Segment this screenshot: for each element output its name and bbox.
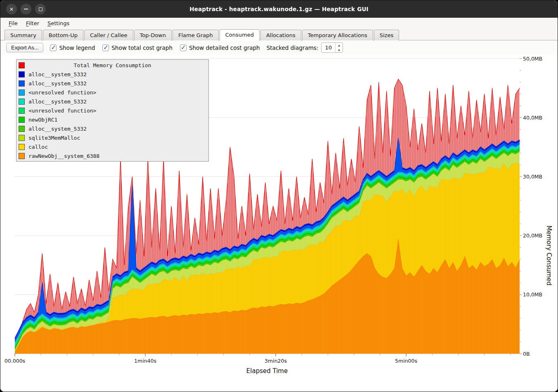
legend-title: Total Memory Consumption	[28, 62, 196, 68]
checkbox-group: Show legendShow total cost graphShow det…	[50, 45, 260, 51]
legend-item[interactable]: rawNewObj__system_6388	[17, 151, 208, 160]
menu-settings[interactable]: Settings	[43, 19, 73, 28]
legend-swatch	[19, 108, 25, 114]
spin-up-button[interactable]: ▲	[336, 43, 343, 48]
maximize-icon	[39, 7, 43, 11]
stacked-diagrams-value[interactable]: 10	[322, 43, 335, 52]
tab-sizes[interactable]: Sizes	[374, 30, 399, 40]
consumed-chart-area: 0B10,0MB20,0MB30,0MB40,0MB50,0MB00.000s1…	[0, 55, 558, 392]
legend-item[interactable]: alloc__system_5332	[17, 124, 208, 133]
y-tick-label: 20,0MB	[523, 232, 542, 239]
chevron-down-icon: ▼	[338, 49, 340, 52]
spin-down-button[interactable]: ▼	[336, 48, 343, 53]
close-icon: ✕	[9, 6, 14, 12]
y-tick-label: 30,0MB	[523, 174, 542, 180]
legend-item[interactable]: alloc__system_5332	[17, 70, 208, 79]
legend-label: alloc__system_5332	[28, 71, 87, 77]
y-tick-label: 10,0MB	[523, 291, 542, 298]
legend-label: sqlite3MemMalloc	[28, 135, 80, 141]
tab-flame-graph[interactable]: Flame Graph	[173, 30, 219, 40]
y-axis-title: Memory Consumed	[545, 225, 553, 286]
menu-file[interactable]: File	[5, 19, 22, 28]
legend-label: <unresolved function>	[28, 108, 96, 114]
legend-label: newObjRC1	[28, 117, 57, 123]
checkbox-show-legend[interactable]: Show legend	[50, 45, 95, 51]
legend-item[interactable]: sqlite3MemMalloc	[17, 133, 208, 142]
tab-allocations[interactable]: Allocations	[260, 30, 301, 40]
tab-bottom-up[interactable]: Bottom-Up	[43, 30, 83, 40]
tab-consumed[interactable]: Consumed	[220, 29, 260, 40]
export-as-button[interactable]: Export As...	[6, 43, 43, 52]
legend-swatch	[19, 153, 25, 159]
legend-swatch	[19, 144, 25, 150]
legend-items: alloc__system_5332alloc__system_5332<unr…	[17, 70, 208, 160]
window-controls: ✕	[6, 0, 46, 18]
tab-bar: SummaryBottom-UpCaller / CalleeTop-DownF…	[0, 28, 558, 40]
chevron-up-icon: ▲	[338, 44, 340, 47]
legend-item[interactable]: calloc	[17, 142, 208, 151]
x-tick-label: 3min20s	[265, 358, 287, 364]
minimize-button[interactable]	[21, 4, 31, 14]
legend-swatch	[19, 99, 25, 105]
stacked-diagrams-spinbox[interactable]: 10 ▲ ▼	[321, 42, 343, 53]
menu-bar: FileFilterSettings	[0, 18, 558, 28]
legend-item[interactable]: alloc__system_5332	[17, 97, 208, 106]
legend-label: rawNewObj__system_6388	[28, 153, 99, 159]
close-button[interactable]: ✕	[6, 4, 17, 14]
legend-item[interactable]: newObjRC1	[17, 115, 208, 124]
stacked-diagrams-label: Stacked diagrams:	[267, 45, 319, 51]
tab-top-down[interactable]: Top-Down	[134, 30, 172, 40]
x-tick-label: 00.000s	[5, 358, 25, 364]
legend-swatch	[19, 71, 25, 77]
legend-title-swatch	[19, 62, 25, 68]
x-axis-title: Elapsed Time	[0, 367, 534, 375]
legend-label: alloc__system_5332	[28, 80, 87, 87]
legend: Total Memory Consumption alloc__system_5…	[16, 59, 209, 162]
legend-item[interactable]: <unresolved function>	[17, 88, 208, 97]
checkbox-label: Show legend	[59, 45, 95, 51]
x-tick-label: 1min40s	[134, 358, 156, 364]
checkbox-box[interactable]	[102, 45, 109, 51]
legend-swatch	[19, 117, 25, 123]
checkbox-box[interactable]	[50, 45, 57, 51]
checkbox-show-total-cost-graph[interactable]: Show total cost graph	[102, 45, 173, 51]
legend-item[interactable]: alloc__system_5332	[17, 79, 208, 88]
tab-temporary-allocations[interactable]: Temporary Allocations	[302, 30, 373, 40]
spin-buttons: ▲ ▼	[335, 43, 343, 52]
legend-label: alloc__system_5332	[28, 99, 87, 105]
legend-swatch	[19, 135, 25, 141]
heaptrack-window: ✕ Heaptrack - heaptrack.wakunode.1.gz — …	[0, 0, 558, 392]
checkbox-label: Show detailed cost graph	[189, 45, 260, 51]
stacked-series	[15, 138, 520, 354]
y-tick-label: 50,0MB	[523, 56, 542, 62]
maximize-button[interactable]	[35, 4, 46, 14]
y-tick-label: 40,0MB	[523, 115, 542, 121]
legend-swatch	[19, 89, 25, 96]
legend-swatch	[19, 80, 25, 87]
legend-label: alloc__system_5332	[28, 126, 87, 132]
checkbox-box[interactable]	[180, 45, 187, 51]
window-title: Heaptrack - heaptrack.wakunode.1.gz — He…	[189, 6, 369, 12]
y-tick-label: 0B	[523, 351, 530, 357]
tab-summary[interactable]: Summary	[5, 30, 42, 40]
x-tick-label: 5min00s	[395, 358, 417, 364]
stacked-diagrams-group: Stacked diagrams: 10 ▲ ▼	[267, 42, 343, 53]
legend-item[interactable]: <unresolved function>	[17, 106, 208, 115]
legend-title-row: Total Memory Consumption	[17, 61, 208, 70]
checkbox-label: Show total cost graph	[111, 45, 173, 51]
minimize-icon	[24, 9, 28, 9]
tab-caller-callee[interactable]: Caller / Callee	[84, 30, 133, 40]
title-bar[interactable]: ✕ Heaptrack - heaptrack.wakunode.1.gz — …	[0, 0, 558, 18]
menu-filter[interactable]: Filter	[22, 19, 43, 28]
checkbox-show-detailed-cost-graph[interactable]: Show detailed cost graph	[180, 45, 260, 51]
toolbar: Export As... Show legendShow total cost …	[0, 40, 558, 55]
legend-label: calloc	[28, 144, 48, 150]
legend-label: <unresolved function>	[28, 89, 96, 96]
legend-swatch	[19, 126, 25, 132]
